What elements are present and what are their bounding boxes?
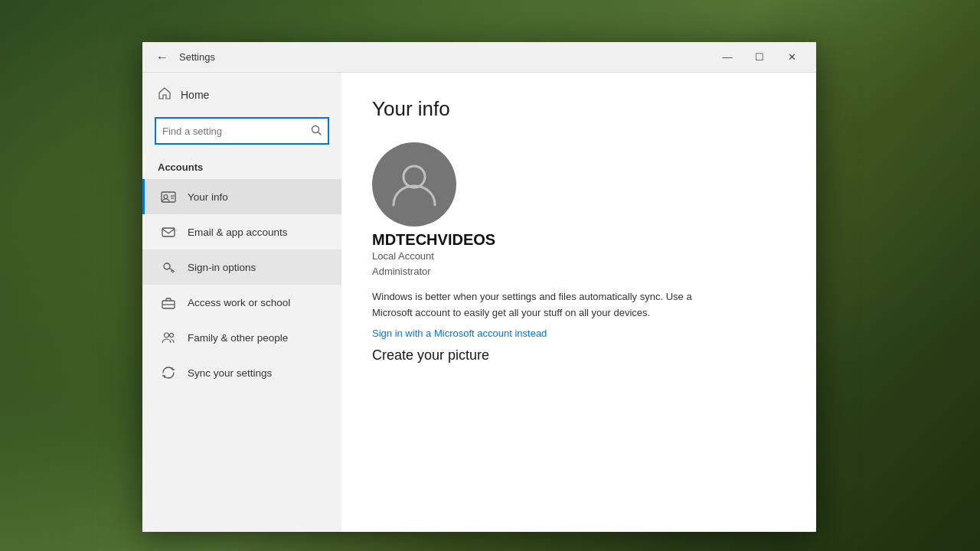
minimize-button[interactable]: —	[712, 46, 743, 69]
sync-icon	[160, 364, 177, 381]
access-work-school-label: Access work or school	[188, 297, 290, 308]
sidebar-item-your-info[interactable]: Your info	[142, 179, 341, 214]
email-app-accounts-label: Email & app accounts	[188, 227, 288, 238]
your-info-label: Your info	[188, 191, 228, 203]
sync-description: Windows is better when your settings and…	[372, 289, 724, 321]
sync-settings-label: Sync your settings	[188, 367, 272, 379]
account-type-line1: Local Account	[372, 249, 786, 264]
svg-rect-6	[162, 228, 175, 236]
sidebar: Home Accounts	[142, 73, 341, 532]
email-icon	[160, 223, 177, 240]
sign-in-options-label: Sign-in options	[188, 262, 256, 273]
search-container	[142, 111, 341, 151]
briefcase-icon	[160, 294, 177, 311]
microsoft-account-link[interactable]: Sign in with a Microsoft account instead	[372, 328, 547, 339]
home-label: Home	[181, 89, 209, 101]
svg-line-1	[318, 132, 322, 135]
home-icon	[158, 86, 172, 103]
svg-point-3	[164, 195, 168, 199]
avatar	[372, 142, 456, 227]
sidebar-item-access-work-school[interactable]: Access work or school	[142, 285, 341, 320]
person-silhouette-icon	[387, 158, 441, 211]
svg-point-13	[170, 334, 174, 337]
person-card-icon	[160, 188, 177, 205]
svg-point-12	[165, 333, 169, 337]
window-title: Settings	[179, 51, 712, 63]
page-title: Your info	[372, 97, 786, 121]
accounts-section-heading: Accounts	[142, 157, 341, 178]
account-type-info: Local Account Administrator	[372, 249, 786, 279]
username: MDTECHVIDEOS	[372, 231, 786, 249]
sidebar-item-sync-settings[interactable]: Sync your settings	[142, 355, 341, 390]
search-input[interactable]	[162, 126, 311, 137]
sidebar-item-family-other-people[interactable]: Family & other people	[142, 320, 341, 355]
create-picture-heading: Create your picture	[372, 347, 786, 364]
people-icon	[160, 329, 177, 346]
sidebar-item-home[interactable]: Home	[142, 79, 341, 111]
sidebar-item-email-app-accounts[interactable]: Email & app accounts	[142, 214, 341, 249]
family-other-people-label: Family & other people	[188, 332, 288, 344]
svg-point-14	[403, 166, 425, 187]
window-controls: — ☐ ✕	[712, 46, 807, 69]
search-icon	[311, 125, 322, 138]
svg-point-7	[164, 263, 170, 269]
account-type-line2: Administrator	[372, 264, 786, 279]
sidebar-item-sign-in-options[interactable]: Sign-in options	[142, 249, 341, 285]
maximize-button[interactable]: ☐	[744, 46, 775, 69]
search-box	[155, 117, 329, 145]
window-body: Home Accounts	[142, 73, 816, 532]
key-icon	[160, 259, 177, 276]
settings-window: ← Settings — ☐ ✕ Home	[142, 42, 816, 532]
main-content: Your info MDTECHVIDEOS Local Account Adm…	[341, 73, 816, 532]
close-button[interactable]: ✕	[776, 46, 807, 69]
back-button[interactable]: ←	[152, 47, 173, 68]
title-bar: ← Settings — ☐ ✕	[142, 42, 816, 73]
